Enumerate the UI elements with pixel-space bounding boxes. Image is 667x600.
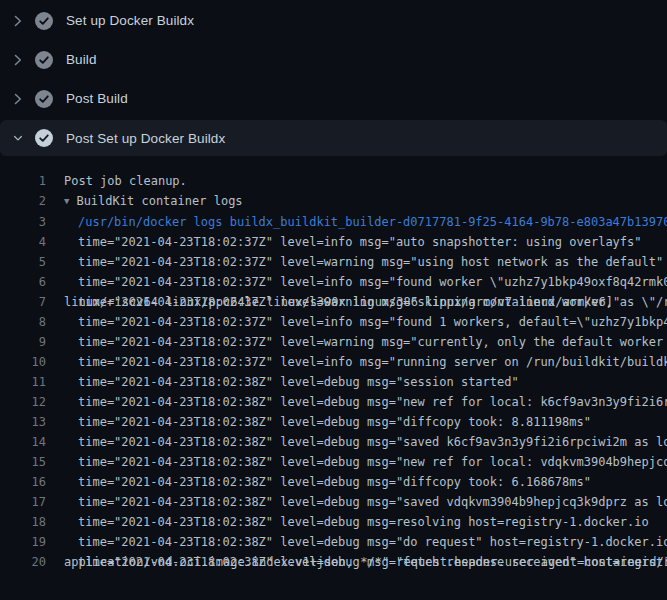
log-line: 9time="2021-04-23T18:02:37Z" level=warni… — [0, 332, 667, 352]
log-line-number[interactable]: 18 — [0, 512, 46, 532]
check-circle-icon — [35, 51, 53, 69]
log-line-number[interactable]: 15 — [0, 452, 46, 472]
log-line-text: time="2021-04-23T18:02:38Z" level=debug … — [78, 532, 667, 552]
step-label: Set up Docker Buildx — [66, 13, 194, 28]
log-line-number[interactable]: 11 — [0, 372, 46, 392]
log-line-number[interactable]: 1 — [0, 171, 46, 191]
log-line: 8time="2021-04-23T18:02:37Z" level=info … — [0, 312, 667, 332]
log-line-text: time="2021-04-23T18:02:38Z" level=debug … — [78, 492, 667, 512]
log-line: 14time="2021-04-23T18:02:38Z" level=debu… — [0, 432, 667, 452]
chevron-right-icon — [12, 13, 24, 29]
log-line: 12time="2021-04-23T18:02:38Z" level=debu… — [0, 392, 667, 412]
log-line-text: time="2021-04-23T18:02:37Z" level=warnin… — [78, 252, 663, 272]
log-line-text: time="2021-04-23T18:02:37Z" level=info m… — [78, 352, 667, 372]
log-line-text: time="2021-04-23T18:02:38Z" level=debug … — [78, 392, 667, 412]
log-line-number[interactable]: 13 — [0, 412, 46, 432]
log-line-number[interactable]: 2 — [0, 191, 46, 212]
step-row-setup-docker-buildx[interactable]: Set up Docker Buildx — [0, 1, 667, 40]
log-line-text: time="2021-04-23T18:02:38Z" level=debug … — [78, 512, 649, 532]
log-line-text: time="2021-04-23T18:02:38Z" level=debug … — [78, 372, 519, 392]
log-line: 19time="2021-04-23T18:02:38Z" level=debu… — [0, 532, 667, 552]
log-line-wrap-text: linux/riscv64 linux/ppc64le linux/s390x … — [64, 292, 620, 312]
step-row-post-setup-docker-buildx[interactable]: Post Set up Docker Buildx — [0, 120, 667, 156]
log-line-text: Post job cleanup. — [64, 171, 187, 191]
chevron-right-icon — [12, 91, 24, 107]
log-line: 16time="2021-04-23T18:02:38Z" level=debu… — [0, 472, 667, 492]
log-line: 3/usr/bin/docker logs buildx_buildkit_bu… — [0, 212, 667, 232]
step-label: Post Build — [66, 91, 128, 106]
log-viewer: 1Post job cleanup.2▼BuildKit container l… — [0, 156, 667, 572]
step-label: Build — [66, 52, 97, 67]
log-line-number[interactable]: 4 — [0, 232, 46, 252]
log-line-text: time="2021-04-23T18:02:37Z" level=warnin… — [78, 332, 667, 352]
log-line-text: time="2021-04-23T18:02:37Z" level=info m… — [78, 232, 642, 252]
check-circle-icon — [35, 90, 53, 108]
log-line-number[interactable]: 12 — [0, 392, 46, 412]
log-line-number[interactable]: 10 — [0, 352, 46, 372]
log-line-number[interactable]: 6 — [0, 272, 46, 292]
log-line-text: time="2021-04-23T18:02:38Z" level=debug … — [78, 472, 591, 492]
group-collapse-icon[interactable]: ▼ — [64, 191, 69, 211]
log-line: 18time="2021-04-23T18:02:38Z" level=debu… — [0, 512, 667, 532]
log-line: 15time="2021-04-23T18:02:38Z" level=debu… — [0, 452, 667, 472]
log-line: 13time="2021-04-23T18:02:38Z" level=debu… — [0, 412, 667, 432]
log-line: 2▼BuildKit container logs — [0, 191, 667, 212]
log-line-text: /usr/bin/docker logs buildx_buildkit_bui… — [78, 212, 667, 232]
chevron-right-icon — [12, 52, 24, 68]
log-line-text: time="2021-04-23T18:02:38Z" level=debug … — [78, 412, 591, 432]
log-line-number[interactable]: 8 — [0, 312, 46, 332]
check-circle-icon — [35, 12, 53, 30]
step-row-build[interactable]: Build — [0, 40, 667, 79]
log-line: 17time="2021-04-23T18:02:38Z" level=debu… — [0, 492, 667, 512]
log-line: 4time="2021-04-23T18:02:37Z" level=info … — [0, 232, 667, 252]
log-line-text: time="2021-04-23T18:02:38Z" level=debug … — [78, 452, 667, 472]
log-line-number[interactable]: 17 — [0, 492, 46, 512]
log-line-text: time="2021-04-23T18:02:38Z" level=debug … — [78, 432, 667, 452]
log-line-text: time="2021-04-23T18:02:37Z" level=info m… — [78, 272, 667, 292]
log-line-number[interactable]: 9 — [0, 332, 46, 352]
check-circle-icon — [35, 129, 53, 147]
log-line: 11time="2021-04-23T18:02:38Z" level=debu… — [0, 372, 667, 392]
log-line-number[interactable]: 7 — [0, 292, 46, 312]
log-line-number[interactable]: 3 — [0, 212, 46, 232]
log-line: 6time="2021-04-23T18:02:37Z" level=info … — [0, 272, 667, 292]
step-label: Post Set up Docker Buildx — [66, 131, 225, 146]
log-line-number[interactable]: 5 — [0, 252, 46, 272]
log-line-number[interactable]: 14 — [0, 432, 46, 452]
chevron-down-icon — [12, 131, 24, 145]
log-line-text[interactable]: ▼BuildKit container logs — [64, 191, 243, 212]
log-line-wrap-text: application/vnd.oci.image.index.v1+json,… — [64, 552, 667, 572]
log-line-number[interactable]: 19 — [0, 532, 46, 552]
log-line-number[interactable]: 16 — [0, 472, 46, 492]
log-line: 10time="2021-04-23T18:02:37Z" level=info… — [0, 352, 667, 372]
step-row-post-build[interactable]: Post Build — [0, 79, 667, 118]
log-line-number[interactable]: 20 — [0, 552, 46, 572]
log-line-text: time="2021-04-23T18:02:37Z" level=info m… — [78, 312, 667, 332]
step-list: Set up Docker Buildx Build Post Build Po… — [0, 0, 667, 156]
log-line: 5time="2021-04-23T18:02:37Z" level=warni… — [0, 252, 667, 272]
log-line: 1Post job cleanup. — [0, 171, 667, 191]
